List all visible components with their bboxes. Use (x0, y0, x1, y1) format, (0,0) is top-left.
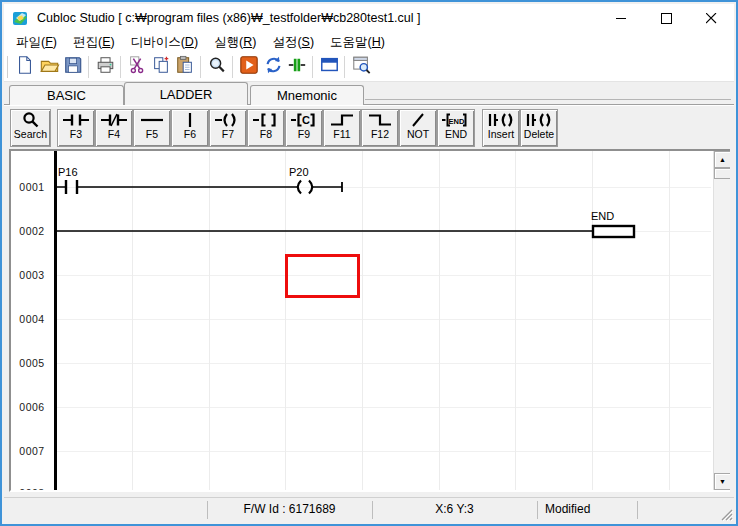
toolbar-separator (232, 56, 234, 78)
ladder-button-f12[interactable]: F12 (361, 109, 399, 147)
svg-text:END: END (449, 116, 465, 125)
paste-button[interactable] (173, 55, 197, 79)
app-window: Cubloc Studio [ c:₩program files (x86)₩_… (0, 0, 738, 526)
rung-graphics (11, 151, 711, 490)
ladder-toolbar: SearchF3F4F5F6F7F8CF9F11F12NOTENDENDInse… (4, 105, 734, 149)
vline-icon (176, 110, 204, 129)
monitor-button[interactable] (317, 55, 341, 79)
nc-contact-icon (100, 110, 128, 129)
coil-close-paren (309, 181, 312, 194)
ladder-button-f5[interactable]: F5 (133, 109, 171, 147)
row-number-clipped: 0008 (17, 487, 47, 492)
end-coil-box (593, 226, 634, 237)
print-icon (95, 55, 116, 79)
ladder-button-f3[interactable]: F3 (57, 109, 95, 147)
toolbar-grip (7, 56, 9, 78)
toolbar-separator (344, 56, 346, 78)
main-toolbar (4, 53, 734, 82)
scrollbar-thumb[interactable] (714, 168, 730, 179)
save-button[interactable] (61, 55, 85, 79)
open-folder-button[interactable] (37, 55, 61, 79)
menu-item-s[interactable]: 설정(S) (264, 32, 322, 53)
row-number: 0004 (17, 313, 47, 325)
menu-item-r[interactable]: 실행(R) (206, 32, 264, 53)
row-number: 0002 (17, 225, 47, 237)
step-down-icon (366, 110, 394, 129)
status-separator (637, 501, 638, 519)
menu-item-e[interactable]: 편집(E) (65, 32, 123, 53)
row-number: 0007 (17, 445, 47, 457)
toolbar-separator (200, 56, 202, 78)
end-icon: END (441, 110, 471, 129)
tab-ladder[interactable]: LADDER (124, 82, 248, 105)
row-number: 0005 (17, 357, 47, 369)
tab-mnemonic[interactable]: Mnemonic (250, 85, 364, 105)
ladder-button-f7[interactable]: F7 (209, 109, 247, 147)
find-icon (207, 55, 227, 79)
svg-text:C: C (302, 114, 310, 126)
sync-icon (263, 55, 284, 79)
minimize-button[interactable] (599, 4, 644, 32)
status-cursor-position: X:6 Y:3 (372, 502, 537, 516)
find-button[interactable] (205, 55, 229, 79)
row-number: 0003 (17, 269, 47, 281)
scroll-up-button[interactable]: ▲ (714, 151, 730, 168)
coil-label[interactable]: P20 (289, 166, 309, 178)
close-button[interactable] (689, 4, 734, 32)
copy-button[interactable] (149, 55, 173, 79)
tab-basic[interactable]: BASIC (9, 85, 124, 105)
func-box-icon (252, 110, 280, 129)
cut-button[interactable] (125, 55, 149, 79)
run-button[interactable] (237, 55, 261, 79)
menu-item-h[interactable]: 도움말(H) (322, 32, 393, 53)
coil-open-paren (298, 181, 301, 194)
resize-grip-icon[interactable] (719, 507, 733, 521)
print-button[interactable] (93, 55, 117, 79)
menu-item-f[interactable]: 파일(F) (8, 32, 65, 53)
ladder-contact-icon (287, 55, 307, 79)
status-fw-id: F/W Id : 6171689 (207, 502, 372, 516)
ladder-button-f9[interactable]: CF9 (285, 109, 323, 147)
ladder-button-search[interactable]: Search (10, 109, 51, 147)
status-bar: F/W Id : 6171689 X:6 Y:3 Modified (4, 497, 734, 522)
run-icon (239, 55, 259, 79)
ladder-button-delete[interactable]: Delete (520, 109, 558, 147)
step-up-icon (328, 110, 356, 129)
paste-icon (175, 55, 195, 79)
contact-label[interactable]: P16 (58, 166, 78, 178)
ladder-button-f8[interactable]: F8 (247, 109, 285, 147)
scroll-down-button[interactable]: ▼ (714, 473, 730, 490)
new-document-icon (15, 55, 35, 79)
ladder-button-not[interactable]: NOT (399, 109, 437, 147)
coil-icon (214, 110, 242, 129)
compare-box-icon: C (290, 110, 318, 129)
ladder-button-f11[interactable]: F11 (323, 109, 361, 147)
ladder-button-insert[interactable]: Insert (482, 109, 520, 147)
selection-cursor (285, 254, 360, 298)
open-folder-icon (39, 55, 60, 79)
preview-button[interactable] (349, 55, 373, 79)
hline-icon (138, 110, 166, 129)
view-tabs: BASICLADDERMnemonic (4, 82, 734, 105)
tabstrip-tail-line (365, 99, 731, 100)
sync-button[interactable] (261, 55, 285, 79)
row-number: 0006 (17, 401, 47, 413)
ladder-button-f4[interactable]: F4 (95, 109, 133, 147)
status-separator (537, 501, 538, 519)
maximize-button[interactable] (644, 4, 689, 32)
monitor-icon (319, 55, 340, 79)
ladder-contact-button[interactable] (285, 55, 309, 79)
ladder-button-end[interactable]: ENDEND (437, 109, 475, 147)
title-bar: Cubloc Studio [ c:₩program files (x86)₩_… (4, 4, 734, 32)
delete-cell-icon (524, 110, 554, 129)
toolbar-separator (120, 56, 122, 78)
end-label[interactable]: END (591, 210, 614, 222)
ladder-editor[interactable]: P16 P20 END 0008 ▲ ▼ 0001000200030004000… (9, 149, 730, 492)
toolbar-separator (88, 56, 90, 78)
menu-item-d[interactable]: 디바이스(D) (123, 32, 206, 53)
new-document-button[interactable] (13, 55, 37, 79)
ladder-button-f6[interactable]: F6 (171, 109, 209, 147)
status-modified-flag: Modified (545, 502, 590, 516)
row-number: 0001 (17, 181, 47, 193)
vertical-scrollbar[interactable]: ▲ ▼ (713, 151, 730, 490)
